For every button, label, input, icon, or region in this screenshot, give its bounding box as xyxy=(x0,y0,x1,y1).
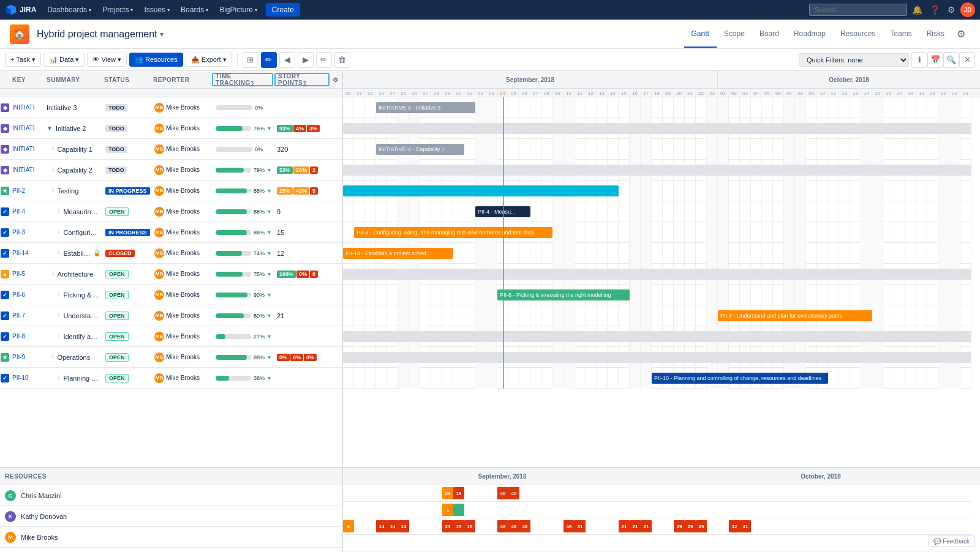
table-row[interactable]: ✓ PII-3 └ Configuring, us... IN PROGRESS… xyxy=(0,222,342,243)
cell-summary[interactable]: └ Capability 2 xyxy=(44,166,103,174)
cell-key[interactable]: PII-2 xyxy=(10,187,44,194)
cell-key[interactable]: INITIATI xyxy=(10,125,44,132)
reporter-avatar: MB xyxy=(154,186,164,196)
cell-key[interactable]: PII-5 xyxy=(10,270,44,277)
help-icon[interactable]: ❓ xyxy=(927,2,943,17)
right-gantt-panel[interactable]: INITIATIVE-3 - Initiative 3INITIATIVE-4 … xyxy=(343,97,980,467)
cell-type: ◆ xyxy=(0,166,10,174)
cell-key[interactable]: PII-9 xyxy=(10,354,44,360)
gantt-bar[interactable]: PII-7 - Understand and plan for evolutio… xyxy=(718,310,872,321)
gantt-bar[interactable] xyxy=(343,123,971,134)
export-button[interactable]: 📤 Export ▾ xyxy=(186,53,232,67)
cell-key[interactable]: INITIATI xyxy=(10,146,44,152)
table-row[interactable]: ✓ PII-7 └ Understand and... OPEN MB Mike… xyxy=(0,305,342,326)
project-settings-icon[interactable]: ⚙ xyxy=(952,28,970,40)
gantt-bar[interactable] xyxy=(343,269,971,280)
gantt-bar[interactable] xyxy=(343,331,971,342)
quick-filter-select[interactable]: Quick Filters: none xyxy=(799,53,909,67)
gantt-bar[interactable] xyxy=(343,185,619,196)
cell-summary[interactable]: └ Testing xyxy=(44,187,103,195)
table-row[interactable]: ✓ PII-4 └ Measuring and... OPEN MB Mike … xyxy=(0,201,342,222)
settings-nav-icon[interactable]: ⚙ xyxy=(945,2,958,17)
cell-key[interactable]: PII-8 xyxy=(10,333,44,340)
cell-status: TODO xyxy=(103,166,152,174)
cell-key[interactable]: PII-10 xyxy=(10,375,44,381)
table-row[interactable]: ✓ PII-8 └ Identify and int... OPEN MB Mi… xyxy=(0,326,342,347)
table-row[interactable]: ✓ PII-14 └ Establish a proj... 🔒 CLOSED … xyxy=(0,243,342,264)
calendar-button[interactable]: 📅 xyxy=(927,52,943,68)
jira-logo[interactable]: JIRA xyxy=(5,4,36,16)
grid-view-button[interactable]: ⊞ xyxy=(243,52,258,68)
view-button[interactable]: 👁 View ▾ xyxy=(87,53,127,67)
gantt-bar[interactable]: PII-6 - Picking & executing the right mo… xyxy=(497,289,630,300)
cell-key[interactable]: PII-7 xyxy=(10,312,44,319)
cell-summary[interactable]: └ Architecture xyxy=(44,270,103,278)
tab-risks[interactable]: Risks xyxy=(919,21,952,48)
cell-summary[interactable]: └ Identify and int... xyxy=(44,333,103,340)
gantt-bar[interactable]: PII-3 - Configuring, using, and managing… xyxy=(354,227,552,238)
gantt-bar[interactable] xyxy=(343,352,971,363)
cell-timetrack: 79% ▼ xyxy=(213,167,274,173)
cell-summary[interactable]: └ Planning and co... xyxy=(44,375,103,382)
table-row[interactable]: ✓ PII-10 └ Planning and co... OPEN MB Mi… xyxy=(0,368,342,389)
cell-key[interactable]: PII-3 xyxy=(10,229,44,236)
nav-dashboards[interactable]: Dashboards ▾ xyxy=(42,3,96,17)
table-row[interactable]: ✓ PII-6 └ Picking & exec... OPEN MB Mike… xyxy=(0,285,342,305)
pencil-button[interactable]: ✏ xyxy=(261,52,277,68)
nav-projects[interactable]: Projects ▾ xyxy=(97,3,138,17)
cell-summary[interactable]: ▼ Initiative 2 xyxy=(44,125,103,132)
cell-summary[interactable]: └ Understand and... xyxy=(44,312,103,319)
gantt-bar[interactable]: INITIATIVE-4 - Capability 1 xyxy=(376,144,464,155)
tab-board[interactable]: Board xyxy=(752,21,786,48)
nav-right-button[interactable]: ▶ xyxy=(298,52,314,68)
tab-gantt[interactable]: Gantt xyxy=(684,21,717,48)
notifications-icon[interactable]: 🔔 xyxy=(910,2,925,17)
gantt-bar[interactable]: INITIATIVE-3 - Initiative 3 xyxy=(376,102,475,113)
cell-summary[interactable]: └ Picking & exec... xyxy=(44,291,103,299)
delete-button[interactable]: 🗑 xyxy=(334,52,350,68)
table-row[interactable]: ◆ INITIATI └ Capability 1 TODO MB Mike B… xyxy=(0,139,342,160)
create-button[interactable]: Create xyxy=(266,3,300,17)
add-task-button[interactable]: + Task ▾ xyxy=(5,53,41,67)
cell-key[interactable]: INITIATI xyxy=(10,166,44,173)
cell-summary[interactable]: └ Operations xyxy=(44,354,103,361)
table-row[interactable]: ◆ INITIATI Initiative 3 TODO MB Mike Bro… xyxy=(0,97,342,118)
data-button[interactable]: 📊 Data ▾ xyxy=(43,53,85,67)
table-row[interactable]: ◆ INITIATI ▼ Initiative 2 TODO MB Mike B… xyxy=(0,118,342,139)
type-icon: ✓ xyxy=(1,332,9,341)
cell-summary[interactable]: └ Configuring, us... xyxy=(44,229,103,236)
gantt-bar[interactable]: PII-10 - Planning and controlling of cha… xyxy=(652,373,828,384)
table-row[interactable]: ◆ INITIATI └ Capability 2 TODO MB Mike B… xyxy=(0,160,342,181)
feedback-button[interactable]: 💬 Feedback xyxy=(928,535,975,547)
cell-summary[interactable]: └ Measuring and... xyxy=(44,208,103,215)
table-row[interactable]: ★ PII-9 └ Operations OPEN MB Mike Brooks… xyxy=(0,347,342,368)
search-input[interactable] xyxy=(809,4,907,16)
col-settings-header[interactable]: ⚙ xyxy=(330,76,342,83)
cell-key[interactable]: PII-6 xyxy=(10,291,44,298)
search-button[interactable]: 🔍 xyxy=(943,52,959,68)
gantt-bar[interactable]: PII-14 - Establish a project sched... xyxy=(343,248,453,259)
cell-key[interactable]: INITIATI xyxy=(10,104,44,111)
tab-roadmap[interactable]: Roadmap xyxy=(786,21,833,48)
resource-block: 1 xyxy=(442,504,453,516)
resources-button[interactable]: 👥 Resources xyxy=(129,53,183,67)
nav-boards[interactable]: Boards ▾ xyxy=(176,3,213,17)
gantt-bar[interactable] xyxy=(343,165,971,176)
nav-left-button[interactable]: ◀ xyxy=(279,52,295,68)
user-avatar[interactable]: JD xyxy=(960,2,975,17)
cell-summary[interactable]: └ Establish a proj... 🔒 xyxy=(44,250,103,257)
cell-summary[interactable]: Initiative 3 xyxy=(44,104,103,111)
cell-key[interactable]: PII-14 xyxy=(10,250,44,256)
tab-scope[interactable]: Scope xyxy=(717,21,752,48)
table-row[interactable]: ▲ PII-5 └ Architecture OPEN MB Mike Broo… xyxy=(0,264,342,285)
nav-bigpicture[interactable]: BigPicture ▾ xyxy=(214,3,262,17)
cell-key[interactable]: PII-4 xyxy=(10,208,44,215)
cell-summary[interactable]: └ Capability 1 xyxy=(44,146,103,153)
info-button[interactable]: ℹ xyxy=(911,52,927,68)
edit-button[interactable]: ✏ xyxy=(316,52,332,68)
tab-teams[interactable]: Teams xyxy=(883,21,919,48)
nav-issues[interactable]: Issues ▾ xyxy=(139,3,175,17)
table-row[interactable]: ★ PII-2 └ Testing IN PROGRESS MB Mike Br… xyxy=(0,181,342,201)
tab-resources[interactable]: Resources xyxy=(833,21,883,48)
close-button[interactable]: ✕ xyxy=(959,52,975,68)
